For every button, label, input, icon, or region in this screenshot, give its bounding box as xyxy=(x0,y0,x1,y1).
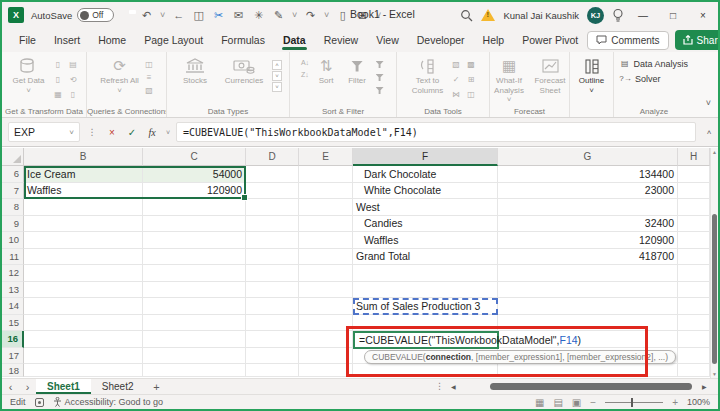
scroll-left-icon[interactable]: ◀ xyxy=(451,383,456,390)
data-validation-icon[interactable]: ✓ xyxy=(451,74,462,85)
tab-file[interactable]: File xyxy=(10,29,45,51)
cell-C15[interactable] xyxy=(143,315,246,332)
outline-button[interactable]: Outline ˅ xyxy=(572,56,612,95)
undo-button[interactable]: ↶ xyxy=(139,8,154,22)
gallery-more-icon[interactable]: ˅ xyxy=(272,82,282,92)
tab-splitter-icon[interactable]: ⋮ xyxy=(435,381,444,391)
cell-D14[interactable] xyxy=(246,298,299,315)
consolidate-icon[interactable]: ⊞ xyxy=(466,74,477,85)
cell-B16[interactable] xyxy=(24,331,143,348)
fx-caret-icon[interactable]: ˅ xyxy=(164,129,172,136)
cell-H16[interactable] xyxy=(678,331,710,348)
cell-F18[interactable] xyxy=(353,364,498,377)
cell-G13[interactable] xyxy=(498,282,678,299)
forecast-sheet-button[interactable]: Forecast Sheet xyxy=(531,56,569,95)
cell-F10[interactable]: Waffles xyxy=(353,232,498,249)
cell-D9[interactable] xyxy=(246,216,299,233)
from-text-csv-icon[interactable]: ▯ xyxy=(53,59,64,70)
cell-B6[interactable]: Ice Cream xyxy=(24,166,143,183)
cell-C14[interactable] xyxy=(143,298,246,315)
reapply-filter-icon[interactable] xyxy=(374,72,385,83)
cell-B10[interactable] xyxy=(24,232,143,249)
cell-F6[interactable]: Dark Chocolate xyxy=(353,166,498,183)
lightbulb-icon[interactable] xyxy=(612,8,624,22)
sort-ascending-icon[interactable]: A↓ xyxy=(301,59,309,66)
row-header-6[interactable]: 6 xyxy=(2,166,24,183)
cell-C17[interactable] xyxy=(143,348,246,365)
cell-C6[interactable]: 54000 xyxy=(143,166,246,183)
cell-H11[interactable] xyxy=(678,249,710,266)
tab-page-layout[interactable]: Page Layout xyxy=(135,29,212,51)
page-break-view-button[interactable]: ▣ xyxy=(572,397,581,408)
cell-H13[interactable] xyxy=(678,282,710,299)
cell-C12[interactable] xyxy=(143,265,246,282)
cell-E12[interactable] xyxy=(299,265,353,282)
user-name[interactable]: Kunal Jai Kaushik xyxy=(503,10,579,21)
row-header-12[interactable]: 12 xyxy=(2,265,24,282)
cell-F12[interactable] xyxy=(353,265,498,282)
relationships-icon[interactable]: ⋈ xyxy=(451,89,462,100)
cancel-button[interactable]: × xyxy=(104,127,120,138)
accessibility-checker[interactable]: Accessibility: Good to go xyxy=(53,397,164,407)
clear-filter-icon[interactable] xyxy=(374,59,385,70)
zoom-out-button[interactable]: − xyxy=(590,397,596,408)
cell-B7[interactable]: Waffles xyxy=(24,183,143,200)
cell-F17[interactable] xyxy=(353,348,498,365)
gallery-down-icon[interactable]: ˅ xyxy=(272,71,282,81)
cell-G15[interactable] xyxy=(498,315,678,332)
row-header-16[interactable]: 16 xyxy=(2,331,24,348)
cell-B15[interactable] xyxy=(24,315,143,332)
cell-C11[interactable] xyxy=(143,249,246,266)
cell-C7[interactable]: 120900 xyxy=(143,183,246,200)
row-header-10[interactable]: 10 xyxy=(2,232,24,249)
cell-H14[interactable] xyxy=(678,298,710,315)
get-data-button[interactable]: Get Data ˅ xyxy=(8,56,50,95)
cell-E11[interactable] xyxy=(299,249,353,266)
cell-H17[interactable] xyxy=(678,348,710,365)
cell-G7[interactable]: 23000 xyxy=(498,183,678,200)
cell-D17[interactable] xyxy=(246,348,299,365)
search-icon[interactable] xyxy=(460,9,473,22)
tab-data[interactable]: Data xyxy=(274,29,315,51)
cell-E9[interactable] xyxy=(299,216,353,233)
draw-caret-icon[interactable]: ˅ xyxy=(291,8,298,22)
cell-E17[interactable] xyxy=(299,348,353,365)
splitter-dots-icon[interactable]: ⋮ xyxy=(84,127,100,137)
cell-E7[interactable] xyxy=(299,183,353,200)
maximize-button[interactable]: □ xyxy=(662,10,684,21)
draw-button[interactable]: ✎ xyxy=(271,8,286,22)
cell-D11[interactable] xyxy=(246,249,299,266)
manage-data-model-icon[interactable]: ◫ xyxy=(466,89,477,100)
cell-G12[interactable] xyxy=(498,265,678,282)
copy-button[interactable]: ◫ xyxy=(191,8,206,22)
cell-D8[interactable] xyxy=(246,199,299,216)
close-button[interactable]: × xyxy=(692,10,714,21)
cell-G18[interactable] xyxy=(498,364,678,377)
row-header-17[interactable]: 17 xyxy=(2,348,24,365)
tab-developer[interactable]: Developer xyxy=(408,29,474,51)
advanced-filter-icon[interactable] xyxy=(374,85,385,96)
cell-C10[interactable] xyxy=(143,232,246,249)
undo-caret-icon[interactable]: ˅ xyxy=(159,8,166,22)
select-all-corner[interactable] xyxy=(2,148,24,166)
edit-links-icon[interactable]: ▧ xyxy=(144,85,155,96)
name-box-caret-icon[interactable]: ˅ xyxy=(69,128,74,137)
cell-E18[interactable] xyxy=(299,364,353,377)
properties-icon[interactable]: ≡ xyxy=(144,72,155,83)
column-header-C[interactable]: C xyxy=(143,148,246,166)
insert-function-button[interactable]: fx xyxy=(144,127,160,138)
cell-H9[interactable] xyxy=(678,216,710,233)
sort-button[interactable]: ⇅ Sort xyxy=(312,56,340,86)
refresh-all-button[interactable]: ⟳ Refresh All ˅ xyxy=(99,56,141,95)
cell-B17[interactable] xyxy=(24,348,143,365)
cell-E16[interactable] xyxy=(299,331,353,348)
vertical-scroll-thumb[interactable] xyxy=(712,214,717,364)
cell-F14[interactable]: Sum of Sales Production 3 xyxy=(353,298,498,315)
cell-H15[interactable] xyxy=(678,315,710,332)
queries-connections-icon[interactable]: ◫ xyxy=(144,59,155,70)
cell-E15[interactable] xyxy=(299,315,353,332)
cell-B13[interactable] xyxy=(24,282,143,299)
cell-E6[interactable] xyxy=(299,166,353,183)
row-header-7[interactable]: 7 xyxy=(2,183,24,200)
sheet-tab-sheet2[interactable]: Sheet2 xyxy=(91,379,145,394)
